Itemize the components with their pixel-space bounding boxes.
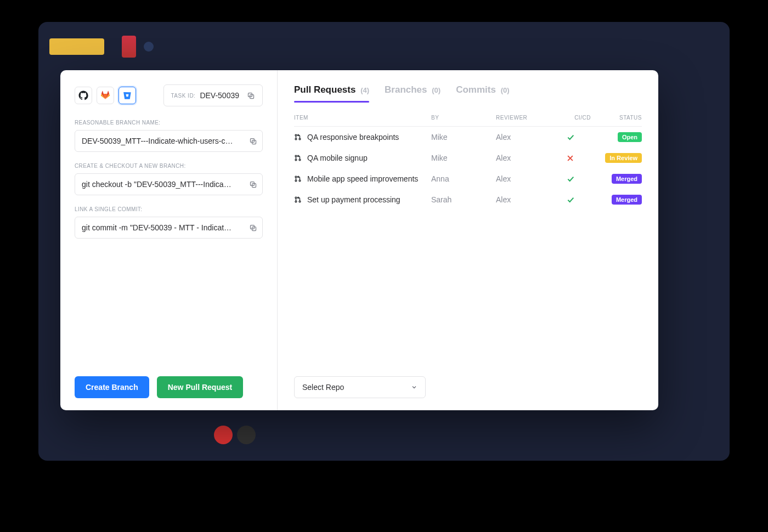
- pr-item-title: Set up payment processing: [307, 195, 400, 204]
- background-header: [49, 33, 719, 60]
- task-id-label: TASK ID:: [171, 93, 195, 99]
- branch-name-text: DEV-50039_MTT---Indicate-which-users-c…: [82, 137, 246, 145]
- table-row[interactable]: Mobile app speed improvementsAnnaAlexMer…: [294, 168, 642, 189]
- tab-commits[interactable]: Commits (0): [456, 84, 509, 102]
- copy-commit-button[interactable]: [246, 220, 260, 235]
- select-repo-label: Select Repo: [302, 383, 344, 392]
- bitbucket-icon[interactable]: [118, 87, 136, 104]
- pr-reviewer: Alex: [496, 133, 562, 142]
- checkout-field: git checkout -b "DEV-50039_MTT---Indica…: [75, 173, 263, 195]
- select-repo-dropdown[interactable]: Select Repo: [294, 376, 426, 398]
- svg-point-19: [295, 197, 297, 199]
- table-body: QA responsive breakpointsMikeAlexOpenQA …: [294, 127, 642, 210]
- commit-field: git commit -m "DEV-50039 - MTT - Indicat…: [75, 217, 263, 239]
- pr-reviewer: Alex: [496, 195, 562, 204]
- svg-point-13: [299, 159, 301, 161]
- copy-task-id-button[interactable]: [244, 88, 258, 103]
- th-reviewer: REVIEWER: [496, 115, 562, 121]
- pr-item-title: QA mobile signup: [307, 154, 368, 162]
- check-icon: [566, 174, 599, 183]
- table-row[interactable]: Set up payment processingSarahAlexMerged: [294, 189, 642, 210]
- pull-request-icon: [294, 133, 302, 141]
- svg-point-21: [299, 201, 301, 202]
- new-pull-request-button[interactable]: New Pull Request: [157, 376, 243, 398]
- svg-point-20: [295, 201, 297, 202]
- right-panel: Pull Requests (4) Branches (0) Commits (…: [278, 70, 658, 410]
- pr-by: Sarah: [431, 195, 492, 204]
- branch-name-field: DEV-50039_MTT---Indicate-which-users-c…: [75, 130, 263, 152]
- left-panel: TASK ID: DEV-50039 REASONABLE BRANCH NAM…: [60, 70, 278, 410]
- pull-request-icon: [294, 154, 302, 162]
- gitlab-icon[interactable]: [97, 87, 114, 104]
- pr-item-title: QA responsive breakpoints: [307, 133, 399, 142]
- svg-point-17: [295, 180, 297, 182]
- task-id-pill: TASK ID: DEV-50039: [163, 84, 263, 106]
- status-badge: Merged: [612, 195, 642, 205]
- commit-label: LINK A SINGLE COMMIT:: [75, 206, 263, 212]
- table-row[interactable]: QA mobile signupMikeAlexIn Review: [294, 148, 642, 168]
- svg-point-8: [295, 134, 297, 136]
- copy-branch-name-button[interactable]: [246, 134, 260, 148]
- github-icon[interactable]: [75, 87, 92, 104]
- chevron-down-icon: [411, 384, 417, 390]
- th-item: ITEM: [294, 115, 427, 121]
- pull-request-icon: [294, 196, 302, 203]
- check-icon: [566, 133, 599, 142]
- checkout-text: git checkout -b "DEV-50039_MTT---Indica…: [82, 180, 246, 189]
- svg-point-16: [295, 176, 297, 178]
- table-header: ITEM BY REVIEWER CI/CD STATUS: [294, 111, 642, 127]
- tab-pull-requests[interactable]: Pull Requests (4): [294, 84, 369, 102]
- cross-icon: [566, 154, 599, 162]
- git-modal: TASK ID: DEV-50039 REASONABLE BRANCH NAM…: [60, 70, 658, 410]
- branch-name-label: REASONABLE BRANCH NAME:: [75, 120, 263, 126]
- th-by: BY: [431, 115, 492, 121]
- svg-point-9: [295, 138, 297, 140]
- svg-point-11: [295, 155, 297, 157]
- vcs-provider-icons: [75, 87, 136, 104]
- svg-point-18: [299, 180, 301, 182]
- pr-by: Mike: [431, 154, 492, 162]
- pull-request-icon: [294, 175, 302, 183]
- checkout-label: CREATE & CHECKOUT A NEW BRANCH:: [75, 163, 263, 169]
- table-row[interactable]: QA responsive breakpointsMikeAlexOpen: [294, 127, 642, 148]
- copy-checkout-button[interactable]: [246, 177, 260, 191]
- svg-point-10: [299, 138, 301, 140]
- commit-text: git commit -m "DEV-50039 - MTT - Indicat…: [82, 223, 246, 232]
- background-footer: [214, 426, 256, 444]
- pr-reviewer: Alex: [496, 154, 562, 162]
- create-branch-button[interactable]: Create Branch: [75, 376, 149, 398]
- tabs: Pull Requests (4) Branches (0) Commits (…: [294, 84, 642, 103]
- check-icon: [566, 195, 599, 204]
- th-status: STATUS: [603, 115, 642, 121]
- pr-by: Anna: [431, 174, 492, 183]
- pr-item-title: Mobile app speed improvements: [307, 174, 418, 183]
- status-badge: Merged: [612, 174, 642, 184]
- pr-reviewer: Alex: [496, 174, 562, 183]
- svg-point-12: [295, 159, 297, 161]
- task-id-value: DEV-50039: [200, 91, 239, 100]
- pr-by: Mike: [431, 133, 492, 142]
- th-cicd: CI/CD: [566, 115, 599, 121]
- status-badge: In Review: [605, 153, 642, 163]
- tab-branches[interactable]: Branches (0): [385, 84, 441, 102]
- status-badge: Open: [618, 132, 642, 142]
